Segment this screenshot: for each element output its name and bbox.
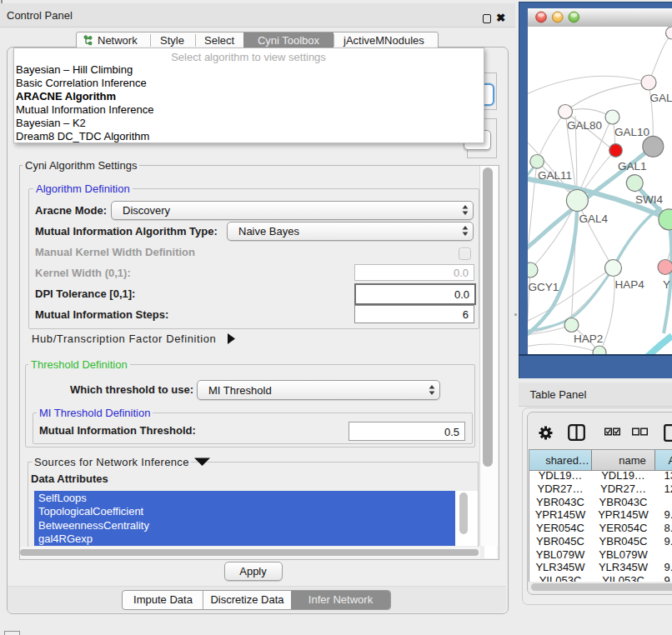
svg-text:HAP2: HAP2 bbox=[574, 332, 603, 345]
svg-text:HAP4: HAP4 bbox=[615, 278, 645, 291]
svg-text:Y: Y bbox=[663, 278, 670, 291]
svg-text:GAL11: GAL11 bbox=[538, 169, 572, 182]
svg-text:GAL7: GAL7 bbox=[650, 92, 672, 104]
svg-text:GAL1: GAL1 bbox=[618, 160, 647, 172]
svg-text:GAL10: GAL10 bbox=[614, 126, 649, 138]
svg-text:GAL80: GAL80 bbox=[567, 119, 602, 132]
svg-text:SWI4: SWI4 bbox=[635, 193, 663, 206]
svg-text:GAL4: GAL4 bbox=[579, 212, 609, 225]
svg-text:GCY1: GCY1 bbox=[529, 281, 559, 293]
